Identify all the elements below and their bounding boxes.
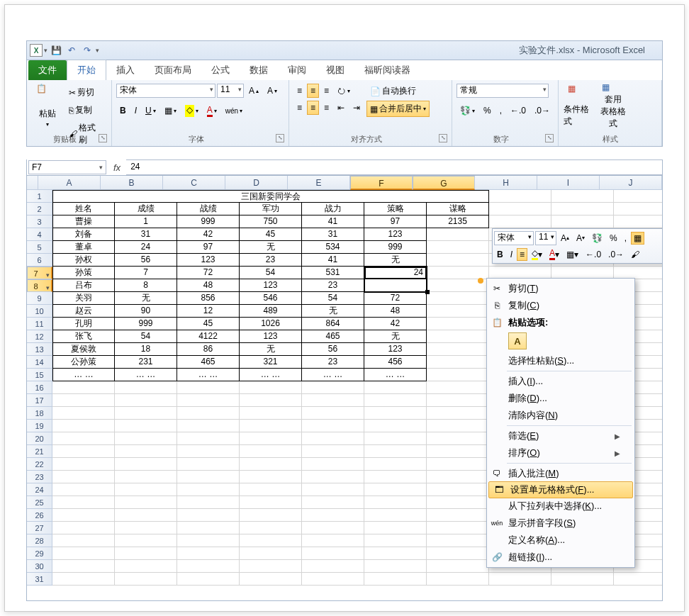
row-header-30[interactable]: 30	[27, 560, 52, 573]
cell[interactable]	[115, 458, 177, 471]
cell[interactable]	[115, 394, 177, 407]
cell[interactable]: 123	[364, 228, 427, 241]
cell[interactable]	[427, 254, 489, 267]
cell[interactable]: 54	[115, 330, 177, 343]
mini-accounting-button[interactable]: 💱	[589, 232, 605, 245]
cell[interactable]	[115, 471, 177, 483]
cell[interactable]	[52, 420, 115, 432]
cell[interactable]	[302, 420, 364, 432]
mini-format-painter-button[interactable]: 🖌	[628, 248, 642, 261]
cell[interactable]	[302, 560, 364, 573]
cell[interactable]	[427, 305, 489, 318]
cell[interactable]: 231	[115, 356, 177, 369]
cell[interactable]	[427, 483, 489, 496]
cell[interactable]	[614, 573, 663, 586]
ctx-copy[interactable]: ⎘复制(C)	[487, 297, 634, 314]
cell[interactable]	[302, 483, 364, 496]
conditional-format-button[interactable]: ▦条件格式	[563, 83, 595, 128]
ctx-insert[interactable]: 插入(I)...	[487, 373, 634, 390]
cell[interactable]	[427, 369, 489, 381]
cell[interactable]	[427, 381, 489, 394]
align-middle-button[interactable]: ≡	[307, 84, 319, 98]
cell[interactable]	[115, 560, 177, 573]
cell[interactable]	[614, 203, 663, 215]
select-all-corner[interactable]	[27, 176, 38, 189]
row-header-8[interactable]: 8	[27, 279, 52, 292]
cell[interactable]: 48	[364, 305, 427, 318]
col-header-H[interactable]: H	[475, 176, 537, 189]
cell[interactable]	[364, 534, 427, 547]
cell[interactable]	[240, 573, 302, 586]
cell[interactable]: 1	[115, 215, 177, 228]
mini-border-button[interactable]: ▦▾	[564, 248, 581, 261]
cell[interactable]: 2135	[427, 215, 489, 228]
cell[interactable]: 姓名	[52, 203, 115, 215]
row-header-15[interactable]: 15	[27, 369, 52, 381]
bold-button[interactable]: B	[116, 103, 130, 118]
cell[interactable]	[240, 432, 302, 445]
col-header-F[interactable]: F	[350, 176, 413, 190]
ctx-paste-special[interactable]: 选择性粘贴(S)...	[487, 352, 634, 369]
cell[interactable]	[115, 496, 177, 509]
cell[interactable]: 成绩	[115, 203, 177, 215]
cell[interactable]	[427, 241, 489, 254]
cell[interactable]: 吕布	[52, 279, 115, 292]
row-header-23[interactable]: 23	[27, 471, 52, 483]
cut-button[interactable]: ✂剪切	[65, 84, 107, 101]
cell[interactable]	[489, 573, 551, 586]
cell[interactable]: 72	[364, 292, 427, 305]
cell[interactable]	[240, 471, 302, 483]
cell[interactable]	[115, 547, 177, 560]
formula-input[interactable]: 24	[126, 159, 662, 175]
italic-button[interactable]: I	[131, 103, 140, 118]
cell[interactable]: 123	[240, 330, 302, 343]
cell[interactable]	[427, 318, 489, 330]
col-header-J[interactable]: J	[600, 176, 662, 189]
row-header-18[interactable]: 18	[27, 407, 52, 420]
cell[interactable]	[177, 471, 240, 483]
cell[interactable]	[427, 432, 489, 445]
cell[interactable]	[302, 509, 364, 522]
cell[interactable]	[177, 534, 240, 547]
cell[interactable]	[52, 534, 115, 547]
cell[interactable]	[177, 420, 240, 432]
cell[interactable]	[240, 547, 302, 560]
cell[interactable]	[427, 356, 489, 369]
row-header-5[interactable]: 5	[27, 241, 52, 254]
cell[interactable]	[52, 547, 115, 560]
table-format-button[interactable]: ▦套用 表格格式	[597, 83, 629, 128]
cell[interactable]	[364, 420, 427, 432]
row-header-29[interactable]: 29	[27, 547, 52, 560]
align-center-button[interactable]: ≡	[307, 101, 319, 115]
cell[interactable]: 公孙策	[52, 356, 115, 369]
cell[interactable]	[364, 432, 427, 445]
cell[interactable]: 18	[115, 343, 177, 356]
cell[interactable]	[52, 483, 115, 496]
col-header-C[interactable]: C	[163, 176, 225, 189]
cell[interactable]	[302, 534, 364, 547]
cell[interactable]	[489, 203, 551, 215]
cell[interactable]	[115, 407, 177, 420]
redo-button[interactable]: ↷	[80, 43, 94, 57]
cell[interactable]	[427, 394, 489, 407]
cell[interactable]	[427, 420, 489, 432]
phonetic-button[interactable]: wén▾	[222, 105, 246, 117]
cell[interactable]: 谋略	[427, 203, 489, 215]
cell[interactable]	[302, 458, 364, 471]
align-launcher[interactable]: ⤡	[439, 134, 447, 142]
row-header-22[interactable]: 22	[27, 458, 52, 471]
ctx-phonetic[interactable]: wén显示拼音字段(S)	[487, 515, 634, 532]
col-header-A[interactable]: A	[38, 176, 101, 189]
row-header-3[interactable]: 3	[27, 215, 52, 228]
cell[interactable]: 999	[115, 318, 177, 330]
cell[interactable]: 战绩	[177, 203, 240, 215]
cell[interactable]	[115, 573, 177, 586]
cell[interactable]: 31	[302, 228, 364, 241]
mini-dec-decimal-button[interactable]: .0→	[605, 248, 627, 261]
cell[interactable]: 864	[302, 318, 364, 330]
cell[interactable]: … …	[115, 369, 177, 381]
selected-cell[interactable]: 24	[364, 267, 427, 279]
paste-button[interactable]: 📋 粘贴 ▾	[31, 83, 64, 128]
font-launcher[interactable]: ⤡	[276, 134, 284, 142]
ctx-cut[interactable]: ✂剪切(T)	[487, 280, 634, 297]
